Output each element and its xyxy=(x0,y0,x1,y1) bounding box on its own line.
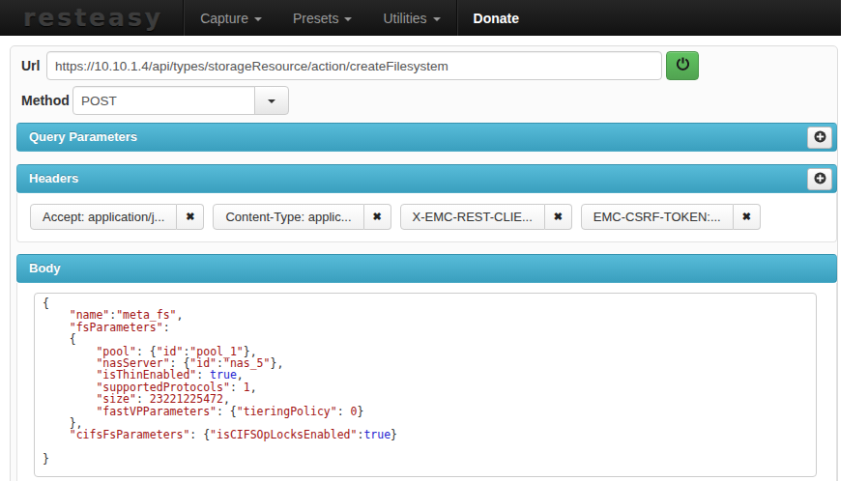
app-logo[interactable]: resteasy xyxy=(0,0,183,36)
remove-header-button[interactable]: ✖ xyxy=(177,204,204,230)
close-icon: ✖ xyxy=(186,211,194,222)
code-line xyxy=(43,441,808,453)
header-chip-label-button[interactable]: EMC-CSRF-TOKEN:... xyxy=(581,204,734,230)
chevron-down-icon xyxy=(268,99,275,103)
method-label: Method xyxy=(21,86,70,115)
nav-item-label: Capture xyxy=(200,11,248,26)
method-input[interactable] xyxy=(72,86,255,115)
add-query-parameter-button[interactable] xyxy=(807,127,832,149)
url-input[interactable] xyxy=(46,51,662,80)
header-chip: X-EMC-REST-CLIE...✖ xyxy=(400,204,572,230)
section-title: Headers xyxy=(17,165,836,192)
nav-item-presets[interactable]: Presets xyxy=(277,0,367,36)
close-icon: ✖ xyxy=(372,211,381,222)
chevron-down-icon xyxy=(433,17,441,21)
query-parameters-section-header[interactable]: Query Parameters xyxy=(16,123,837,152)
request-body-editor[interactable]: { "name":"meta_fs", "fsParameters": { "p… xyxy=(34,293,817,477)
nav-item-capture[interactable]: Capture xyxy=(185,0,277,36)
send-request-button[interactable] xyxy=(666,51,699,80)
remove-header-button[interactable]: ✖ xyxy=(545,204,572,230)
chevron-down-icon xyxy=(254,17,262,21)
chevron-down-icon xyxy=(344,17,352,21)
close-icon: ✖ xyxy=(742,211,751,222)
plus-circle-icon xyxy=(814,172,826,187)
headers-section-body: Accept: application/j...✖Content-Type: a… xyxy=(16,193,837,242)
method-dropdown-button[interactable] xyxy=(254,86,289,115)
header-chip: Content-Type: applic...✖ xyxy=(213,204,391,230)
add-header-button[interactable] xyxy=(807,168,832,190)
power-icon xyxy=(676,57,690,74)
app-window: resteasy CapturePresetsUtilitiesDonate U… xyxy=(0,0,868,481)
nav-item-label: Presets xyxy=(293,11,338,26)
headers-section-header[interactable]: Headers xyxy=(16,164,837,193)
header-chip-label-button[interactable]: Content-Type: applic... xyxy=(213,204,363,230)
close-icon: ✖ xyxy=(554,211,563,222)
code-line: "fsParameters": xyxy=(43,322,808,333)
header-chip: EMC-CSRF-TOKEN:...✖ xyxy=(581,204,761,230)
code-line: "fastVPParameters": {"tieringPolicy": 0} xyxy=(43,406,808,417)
nav-item-donate[interactable]: Donate xyxy=(458,0,535,36)
remove-header-button[interactable]: ✖ xyxy=(734,204,761,230)
section-title: Query Parameters xyxy=(17,124,836,151)
nav-item-label: Utilities xyxy=(383,11,426,26)
body-section-header[interactable]: Body xyxy=(16,254,837,283)
code-line: "cifsFsParameters": {"isCIFSOpLocksEnabl… xyxy=(43,429,808,440)
url-label: Url xyxy=(21,51,40,80)
navbar: resteasy CapturePresetsUtilitiesDonate xyxy=(0,0,841,36)
header-chip-label-button[interactable]: X-EMC-REST-CLIE... xyxy=(400,204,545,230)
navbar-menu: CapturePresetsUtilitiesDonate xyxy=(183,0,535,36)
plus-circle-icon xyxy=(814,130,826,146)
header-chip: Accept: application/j...✖ xyxy=(30,204,204,230)
remove-header-button[interactable]: ✖ xyxy=(364,204,391,230)
header-chip-list: Accept: application/j...✖Content-Type: a… xyxy=(17,193,836,230)
nav-item-utilities[interactable]: Utilities xyxy=(367,0,455,36)
header-chip-label-button[interactable]: Accept: application/j... xyxy=(30,204,177,230)
section-title: Body xyxy=(17,255,836,282)
code-line: } xyxy=(43,453,808,465)
nav-item-label: Donate xyxy=(474,11,519,26)
